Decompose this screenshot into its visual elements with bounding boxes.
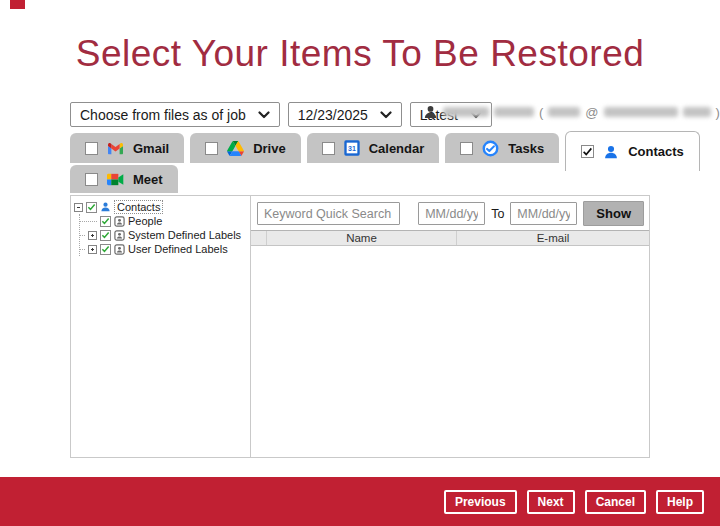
checkmark-icon — [582, 146, 593, 157]
tree-checkbox-contacts[interactable] — [86, 202, 97, 213]
green-checkmark-icon — [87, 202, 96, 212]
tasks-icon — [482, 140, 499, 157]
page-title: Select Your Items To Be Restored — [0, 33, 720, 75]
drive-checkbox[interactable] — [205, 142, 218, 155]
calendar-checkbox[interactable] — [322, 142, 335, 155]
meet-icon — [107, 172, 124, 187]
to-label: To — [491, 207, 504, 221]
tab-meet-label: Meet — [133, 172, 163, 187]
tree-children: People System Defined Labels — [79, 214, 248, 256]
green-checkmark-icon — [101, 216, 110, 226]
tree-label-system-defined-labels[interactable]: System Defined Labels — [128, 229, 241, 241]
email-column-header: E-mail — [457, 231, 649, 245]
tree-checkbox-user-defined-labels[interactable] — [100, 244, 111, 255]
redacted-account-name — [443, 107, 489, 117]
date-to-input[interactable] — [510, 202, 577, 225]
footer-bar: Previous Next Cancel Help — [0, 477, 720, 526]
tree-checkbox-system-defined-labels[interactable] — [100, 230, 111, 241]
tree-connector — [80, 249, 85, 250]
tab-tasks-label: Tasks — [508, 141, 544, 156]
tab-meet[interactable]: Meet — [70, 165, 178, 193]
next-button[interactable]: Next — [527, 490, 575, 514]
account-paren-open: ( — [539, 105, 543, 120]
at-sign: @ — [585, 105, 598, 120]
service-tabs-row-2: Meet — [70, 165, 178, 193]
contact-card-icon — [114, 244, 125, 255]
tab-drive[interactable]: Drive — [190, 133, 301, 163]
redacted-account-email — [548, 107, 580, 117]
redacted-account-email — [683, 107, 711, 117]
expand-icon[interactable] — [88, 231, 97, 240]
restore-selection-panel: Contacts People — [70, 195, 650, 458]
contact-card-icon — [114, 216, 125, 227]
tab-gmail-label: Gmail — [133, 141, 169, 156]
green-checkmark-icon — [101, 230, 110, 240]
tab-drive-label: Drive — [253, 141, 286, 156]
contacts-list-panel: To Show Name E-mail — [251, 196, 649, 457]
meet-checkbox[interactable] — [85, 173, 98, 186]
tree-connector — [80, 235, 85, 236]
svg-text:31: 31 — [348, 145, 356, 152]
tree-row-people[interactable]: People — [80, 214, 248, 228]
tree-row-system-defined-labels[interactable]: System Defined Labels — [80, 228, 248, 242]
select-column-header — [251, 231, 267, 245]
expand-icon[interactable] — [88, 245, 97, 254]
contacts-checkbox[interactable] — [581, 145, 594, 158]
tab-contacts-label: Contacts — [628, 144, 684, 159]
tree-connector — [80, 221, 97, 222]
date-range-group: To Show — [418, 201, 644, 226]
green-checkmark-icon — [101, 244, 110, 254]
chevron-down-icon — [258, 111, 270, 119]
redacted-account-name — [494, 107, 534, 117]
chevron-down-icon — [380, 111, 392, 119]
gmail-checkbox[interactable] — [85, 142, 98, 155]
date-from-input[interactable] — [418, 202, 485, 225]
search-row: To Show — [251, 196, 649, 230]
tree-label-user-defined-labels[interactable]: User Defined Labels — [128, 243, 228, 255]
tasks-checkbox[interactable] — [460, 142, 473, 155]
results-table-body — [251, 246, 649, 457]
previous-button[interactable]: Previous — [444, 490, 517, 514]
logo-fragment — [10, 0, 25, 9]
job-date-dropdown-value: 12/23/2025 — [298, 107, 368, 123]
keyword-search-input[interactable] — [257, 202, 400, 225]
tab-gmail[interactable]: Gmail — [70, 133, 184, 163]
job-source-dropdown[interactable]: Choose from files as of job — [70, 102, 280, 127]
name-column-header: Name — [267, 231, 457, 245]
cancel-button[interactable]: Cancel — [585, 490, 646, 514]
tab-calendar-label: Calendar — [369, 141, 425, 156]
results-table-header: Name E-mail — [251, 230, 649, 246]
contact-card-icon — [114, 230, 125, 241]
tree-label-people[interactable]: People — [128, 215, 162, 227]
account-paren-close: ) — [716, 105, 720, 120]
gmail-icon — [107, 141, 124, 156]
tree-row-contacts-root[interactable]: Contacts — [74, 200, 248, 214]
tree-checkbox-people[interactable] — [100, 216, 111, 227]
tab-contacts[interactable]: Contacts — [565, 131, 700, 171]
tab-tasks[interactable]: Tasks — [445, 133, 559, 163]
tree-label-contacts[interactable]: Contacts — [114, 200, 163, 214]
redacted-account-email — [604, 107, 678, 117]
account-info: ( @ ) — [423, 104, 720, 120]
help-button[interactable]: Help — [656, 490, 704, 514]
contacts-tree: Contacts People — [71, 196, 251, 457]
user-icon — [423, 104, 438, 120]
tab-calendar[interactable]: 31 Calendar — [307, 133, 440, 163]
contacts-person-icon — [100, 201, 111, 213]
show-button[interactable]: Show — [583, 201, 644, 226]
calendar-icon: 31 — [344, 140, 360, 156]
job-source-dropdown-value: Choose from files as of job — [80, 107, 246, 123]
job-date-dropdown[interactable]: 12/23/2025 — [288, 102, 402, 127]
collapse-icon[interactable] — [74, 203, 83, 212]
tree-row-user-defined-labels[interactable]: User Defined Labels — [80, 242, 248, 256]
contacts-icon — [603, 144, 619, 160]
drive-icon — [227, 141, 244, 156]
